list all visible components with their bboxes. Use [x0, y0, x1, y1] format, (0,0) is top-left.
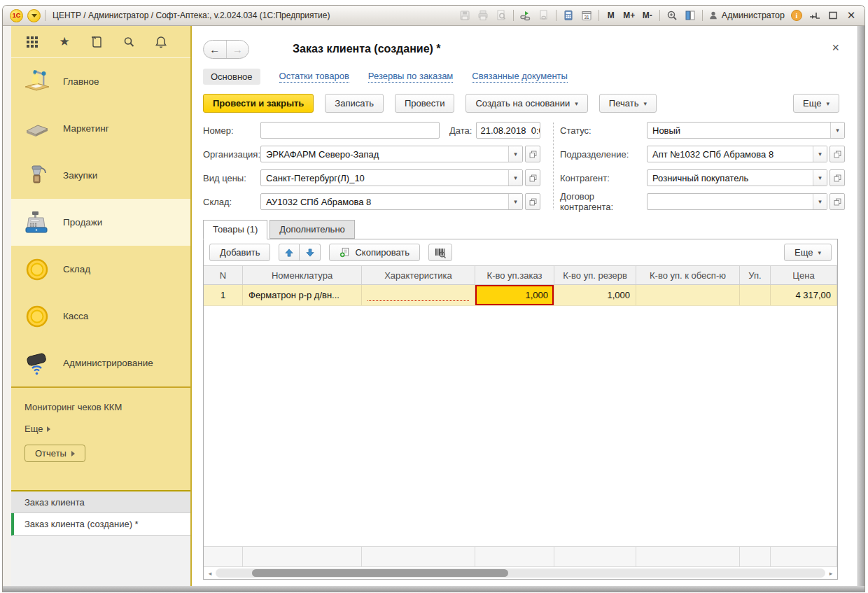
combo-caret-icon[interactable]: ▾: [830, 123, 844, 138]
save-icon[interactable]: [458, 8, 471, 22]
notifications-bell-icon[interactable]: [154, 35, 168, 49]
column-header-price[interactable]: Цена: [771, 266, 837, 284]
font-m-button[interactable]: M: [605, 8, 617, 22]
table-row[interactable]: 1 Ферматрон р-р д/вн... 1,000 1,000 4 31…: [204, 285, 837, 306]
sidebar-item-marketing[interactable]: Маркетинг: [11, 105, 190, 152]
scrollbar-thumb[interactable]: [252, 569, 508, 577]
warehouse-select[interactable]: АУ1032 СПб Абрамова 8 ▾: [260, 193, 523, 210]
main-menu-button[interactable]: [27, 9, 41, 22]
print-button[interactable]: Печать ▾: [599, 94, 657, 113]
sidebar-item-glavnoe[interactable]: Главное: [11, 58, 190, 105]
counterparty-select[interactable]: Розничный покупатель ▾: [647, 169, 827, 186]
open-warehouse-button[interactable]: [525, 193, 540, 210]
tab-tovary[interactable]: Товары (1): [203, 220, 267, 239]
sidebar-item-prodazhi[interactable]: Продажи: [11, 199, 190, 246]
open-price-type-button[interactable]: [525, 169, 540, 186]
sidebar-item-administrirovanie[interactable]: Администрирование: [11, 340, 190, 386]
copy-row-button[interactable]: Скопировать: [329, 244, 420, 261]
open-window-item[interactable]: Заказ клиента: [11, 491, 190, 513]
post-button[interactable]: Провести: [395, 94, 455, 113]
status-select[interactable]: Новый ▾: [647, 122, 845, 139]
cell-qty-supply[interactable]: [636, 285, 740, 305]
column-header-characteristic[interactable]: Характеристика: [362, 266, 475, 284]
sidebar-more-link[interactable]: Еще: [24, 424, 190, 434]
close-form-button[interactable]: ×: [832, 41, 839, 54]
open-window-item-active[interactable]: Заказ клиента (создание) *: [11, 513, 190, 536]
table-more-button[interactable]: Еще ▾: [784, 244, 832, 261]
combo-caret-icon[interactable]: ▾: [508, 194, 522, 209]
column-header-qty-order[interactable]: К-во уп.заказ: [475, 266, 554, 284]
back-button[interactable]: ←: [204, 41, 227, 58]
price-type-select[interactable]: Санкт-Петербург(Л)_10 ▾: [260, 169, 523, 186]
cell-nomenclature[interactable]: Ферматрон р-р д/вн...: [243, 285, 362, 305]
cell-n[interactable]: 1: [204, 285, 243, 305]
number-input[interactable]: [260, 122, 440, 139]
post-and-close-button[interactable]: Провести и закрыть: [203, 94, 314, 113]
open-organization-button[interactable]: [525, 146, 540, 162]
scrollbar-track[interactable]: [216, 568, 825, 578]
scroll-left-icon[interactable]: ◂: [206, 570, 214, 577]
tab-osnovnoe[interactable]: Основное: [203, 69, 260, 85]
combo-caret-icon[interactable]: ▾: [813, 194, 827, 209]
font-m-minus-button[interactable]: M-: [641, 8, 654, 22]
column-header-qty-reserve[interactable]: К-во уп. резерв: [554, 266, 636, 284]
move-down-button[interactable]: [300, 244, 321, 261]
column-header-qty-supply[interactable]: К-во уп. к обесп-ю: [636, 266, 740, 284]
combo-caret-icon[interactable]: ▾: [813, 170, 827, 186]
barcode-scan-button[interactable]: [428, 244, 452, 261]
font-m-plus-button[interactable]: M+: [623, 8, 636, 22]
column-header-n[interactable]: N: [204, 266, 243, 284]
reports-button[interactable]: Отчеты: [24, 445, 85, 462]
scroll-right-icon[interactable]: ▸: [827, 570, 835, 577]
form-more-button[interactable]: Еще ▾: [793, 94, 839, 113]
save-button[interactable]: Записать: [325, 94, 384, 113]
add-row-button[interactable]: Добавить: [209, 244, 270, 261]
cell-qty-reserve[interactable]: 1,000: [554, 285, 636, 305]
combo-caret-icon[interactable]: ▾: [813, 146, 827, 162]
division-select[interactable]: Апт №1032 СПб Абрамова 8 ▾: [647, 146, 827, 162]
tab-ostatki-tovarov[interactable]: Остатки товаров: [279, 71, 349, 83]
open-contract-button[interactable]: [830, 193, 845, 210]
dock-window-icon[interactable]: [808, 8, 821, 22]
favorites-star-icon[interactable]: ★: [57, 35, 71, 49]
cell-characteristic[interactable]: [362, 285, 475, 305]
cell-price[interactable]: 4 317,00: [771, 285, 837, 305]
split-view-icon[interactable]: [684, 8, 696, 22]
date-input[interactable]: 21.08.2018 0:00:00: [476, 122, 540, 139]
print-preview-icon[interactable]: [495, 8, 507, 22]
history-icon[interactable]: [90, 35, 104, 49]
move-up-button[interactable]: [279, 244, 300, 261]
calendar-icon[interactable]: 31: [580, 8, 593, 22]
combo-caret-icon[interactable]: ▾: [508, 170, 522, 186]
grid-menu-icon[interactable]: [25, 35, 39, 49]
cell-qty-order-selected[interactable]: 1,000: [475, 285, 554, 305]
tab-dopolnitelno[interactable]: Дополнительно: [270, 220, 355, 239]
tab-svyazannye-dokumenty[interactable]: Связанные документы: [472, 71, 568, 83]
maximize-icon[interactable]: [827, 8, 839, 22]
zoom-icon[interactable]: [666, 8, 678, 22]
search-icon[interactable]: [122, 35, 136, 49]
go-to-link-icon[interactable]: [538, 8, 550, 22]
close-window-icon[interactable]: ✕: [845, 8, 858, 22]
column-header-nomenclature[interactable]: Номенклатура: [243, 266, 362, 284]
sidebar-link-monitoring[interactable]: Мониторинг чеков ККМ: [24, 402, 190, 412]
horizontal-scrollbar[interactable]: ◂ ▸: [204, 567, 837, 579]
open-counterparty-button[interactable]: [830, 169, 845, 186]
contract-select[interactable]: ▾: [647, 193, 827, 210]
print-icon[interactable]: [477, 8, 489, 22]
forward-button[interactable]: →: [227, 41, 249, 58]
cell-pack[interactable]: [740, 285, 771, 305]
sidebar-item-sklad[interactable]: Склад: [11, 246, 190, 293]
info-icon[interactable]: i: [790, 8, 803, 22]
sidebar-item-kassa[interactable]: Касса: [11, 293, 190, 340]
column-header-pack[interactable]: Уп.: [740, 266, 771, 284]
tab-rezervy-po-zakazam[interactable]: Резервы по заказам: [368, 71, 453, 83]
open-division-button[interactable]: [830, 146, 845, 162]
sidebar-item-zakupki[interactable]: Закупки: [11, 152, 190, 199]
user-menu[interactable]: Администратор: [708, 11, 785, 20]
create-based-on-button[interactable]: Создать на основании ▾: [465, 94, 587, 113]
organization-select[interactable]: ЭРКАФАРМ Северо-Запад ▾: [260, 146, 523, 162]
calculator-icon[interactable]: [562, 8, 575, 22]
combo-caret-icon[interactable]: ▾: [508, 146, 522, 162]
get-link-icon[interactable]: [519, 8, 532, 22]
